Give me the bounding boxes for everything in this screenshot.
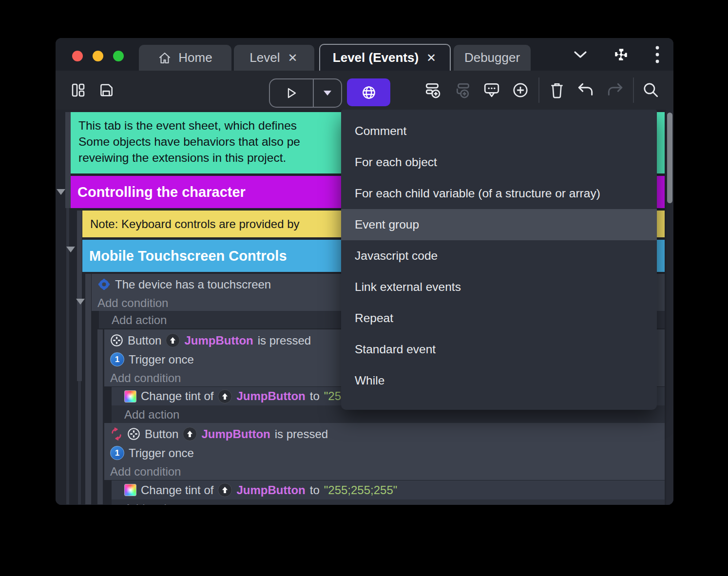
add-comment-icon[interactable]	[480, 71, 503, 110]
tint-icon	[124, 484, 136, 496]
event-sheet: This tab is the event sheet, which defin…	[56, 110, 673, 505]
toolbar-separator	[538, 77, 539, 103]
jumpbutton-object-icon	[218, 483, 232, 497]
add-subevent-icon[interactable]	[451, 71, 475, 110]
object-name: JumpButton	[201, 427, 270, 441]
trigger-once-icon: 1	[110, 446, 124, 460]
touch-gear-icon	[97, 278, 111, 291]
collapse-arrow-icon[interactable]	[76, 299, 85, 305]
menu-item-for-each-child-variable[interactable]: For each child variable (of a structure …	[341, 178, 657, 209]
kebab-menu-icon[interactable]	[655, 45, 660, 64]
close-tab-icon[interactable]: ✕	[287, 52, 299, 64]
condition-text: The device has a touchscreen	[115, 278, 271, 291]
menu-item-comment[interactable]: Comment	[341, 115, 657, 147]
object-name: JumpButton	[236, 389, 305, 403]
menu-item-standard-event[interactable]: Standard event	[341, 334, 657, 365]
gamepad-icon	[127, 427, 140, 441]
delete-icon[interactable]	[546, 71, 568, 110]
trigger-once-icon: 1	[110, 352, 124, 366]
toolbar-separator	[633, 77, 634, 103]
plugin-name: Button	[145, 427, 178, 441]
gamepad-icon	[110, 334, 123, 347]
menu-item-javascript-code[interactable]: Javascript code	[341, 240, 657, 271]
globe-icon	[361, 84, 377, 101]
action-row-change-tint[interactable]: Change tint of JumpButton to "255;255;25…	[112, 480, 665, 499]
tab-level[interactable]: Level ✕	[234, 45, 314, 71]
jumpbutton-object-icon	[183, 427, 197, 441]
jumpbutton-object-icon	[218, 389, 232, 403]
object-name: JumpButton	[184, 334, 253, 347]
undo-icon[interactable]	[574, 71, 597, 110]
invert-condition-icon	[110, 427, 123, 441]
menu-item-link-external-events[interactable]: Link external events	[341, 271, 657, 303]
add-event-context-menu: Comment For each object For each child v…	[341, 110, 657, 410]
save-icon[interactable]	[96, 71, 117, 110]
screenshot-stage: Home Level ✕ Level (Events) ✕ Debugger	[0, 0, 728, 576]
plugin-name: Button	[128, 334, 161, 347]
app-window: Home Level ✕ Level (Events) ✕ Debugger	[56, 38, 673, 505]
jumpbutton-object-icon	[166, 333, 180, 347]
string-value: "255;255;255"	[324, 483, 398, 497]
menu-item-event-group[interactable]: Event group	[341, 209, 657, 240]
tab-home[interactable]: Home	[139, 45, 231, 71]
chevron-down-icon[interactable]	[573, 50, 588, 59]
add-condition-link[interactable]: Add condition	[104, 462, 665, 480]
redo-icon[interactable]	[603, 71, 627, 110]
action-text: to	[310, 483, 320, 497]
condition-text: is pressed	[275, 427, 328, 441]
tab-label: Level (Events)	[333, 50, 419, 65]
menu-item-while[interactable]: While	[341, 365, 657, 396]
event-margin-strip[interactable]	[97, 329, 103, 504]
tab-label: Home	[178, 50, 212, 65]
add-plus-icon[interactable]	[509, 71, 532, 110]
event-block-jumpbutton-pressed-inverted[interactable]: Button JumpButton is pressed 1 Trigger o…	[104, 423, 665, 480]
home-icon	[158, 51, 172, 65]
toolbar	[56, 71, 673, 110]
preview-dropdown-caret[interactable]	[313, 79, 341, 107]
addons-puzzle-icon[interactable]	[613, 46, 630, 63]
condition-text: Trigger once	[129, 353, 194, 366]
tint-icon	[124, 390, 136, 403]
remote-preview-globe-button[interactable]	[347, 78, 390, 106]
event-margin-strip[interactable]	[65, 112, 71, 208]
menu-item-repeat[interactable]: Repeat	[341, 303, 657, 334]
event-margin-strip[interactable]	[85, 274, 91, 504]
tab-label: Level	[249, 50, 280, 65]
add-event-icon[interactable]	[421, 71, 444, 110]
search-icon[interactable]	[639, 71, 663, 110]
collapse-arrow-icon[interactable]	[66, 247, 75, 252]
titlebar-actions	[573, 38, 660, 71]
condition-text: Trigger once	[129, 446, 194, 460]
close-tab-icon[interactable]: ✕	[425, 52, 437, 64]
add-action-row[interactable]: Add action	[112, 499, 665, 505]
tab-label: Debugger	[464, 50, 520, 65]
scrollbar-thumb[interactable]	[667, 113, 672, 203]
condition-text: is pressed	[258, 334, 311, 347]
tab-debugger[interactable]: Debugger	[454, 45, 531, 71]
event-margin-strip[interactable]	[77, 211, 82, 381]
group-title: Controlling the character	[77, 184, 246, 200]
add-action-link[interactable]: Add action	[112, 499, 665, 505]
action-text: Change tint of	[141, 483, 213, 497]
play-button-group	[269, 78, 342, 108]
preview-play-button[interactable]	[270, 79, 313, 107]
collapse-arrow-icon[interactable]	[57, 189, 65, 195]
menu-item-for-each-object[interactable]: For each object	[341, 147, 657, 178]
titlebar: Home Level ✕ Level (Events) ✕ Debugger	[56, 38, 673, 71]
layout-view-icon[interactable]	[67, 71, 89, 110]
object-name: JumpButton	[236, 483, 305, 497]
note-text: Note: Keyboard controls are provided by	[90, 217, 300, 231]
group-title: Mobile Touchscreen Controls	[89, 248, 287, 264]
tab-level-events[interactable]: Level (Events) ✕	[319, 44, 451, 71]
vertical-scrollbar[interactable]	[666, 110, 673, 505]
action-text: Change tint of	[141, 389, 213, 403]
action-text: to	[310, 389, 320, 403]
